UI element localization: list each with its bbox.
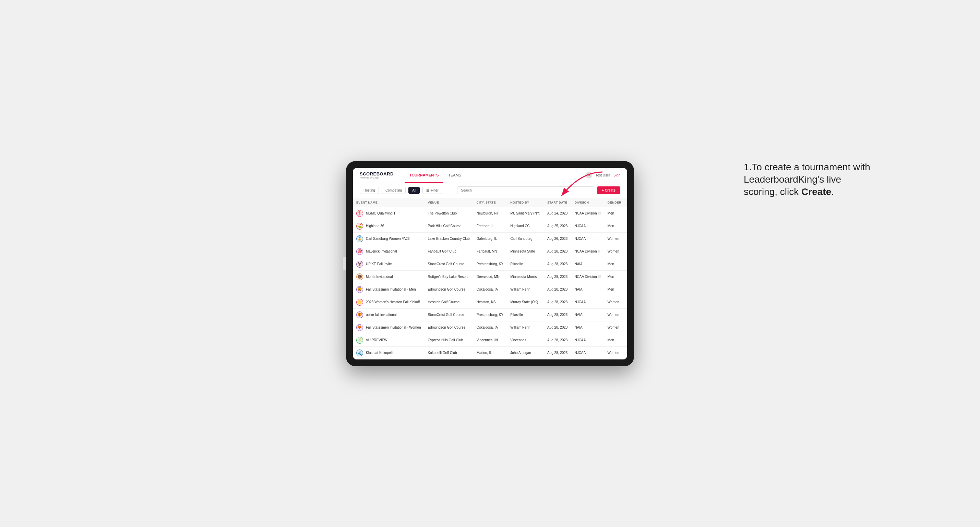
cell-scoring: team, Stroke Play [625, 258, 627, 270]
cell-venue: The Powelton Club [424, 207, 473, 220]
table-body: 🏌 MSMC Qualifying 1 The Powelton Club Ne… [353, 207, 627, 359]
cell-venue: Hesston Golf Course [424, 296, 473, 308]
cell-city-state: Deerwood, MN [473, 270, 507, 283]
cell-event-name: 🐻 Morris Invitational [353, 270, 424, 283]
cell-venue: Edmundson Golf Course [424, 283, 473, 296]
cell-division: NAIA [571, 321, 604, 334]
col-hosted-by: HOSTED BY [507, 198, 544, 207]
cell-city-state: Newburgh, NY [473, 207, 507, 220]
cell-start-date: Aug 25, 2023 [544, 220, 571, 232]
cell-city-state: Galesburg, IL [473, 232, 507, 245]
cell-start-date: Aug 28, 2023 [544, 334, 571, 346]
cell-gender: Women [604, 308, 625, 321]
cell-division: NAIA [571, 308, 604, 321]
cell-event-name: 🎯 Maverick Invitational [353, 245, 424, 258]
cell-gender: Men [604, 334, 625, 346]
cell-event-name: 🏅 Carl Sandburg Women FA23 [353, 232, 424, 245]
table-container: EVENT NAME VENUE CITY, STATE HOSTED BY S… [353, 198, 627, 359]
table-row: 🐯 upike fall invitational StoneCrest Gol… [353, 308, 627, 321]
col-city-state: CITY, STATE [473, 198, 507, 207]
cell-gender: Men [604, 220, 625, 232]
cell-hosted-by: Pikeville [507, 258, 544, 270]
cell-event-name: 🌟 2023 Women's Hesston Fall Kickoff [353, 296, 424, 308]
cell-start-date: Aug 26, 2023 [544, 232, 571, 245]
table-row: 🦁 Fall Statesmen Invitational - Men Edmu… [353, 283, 627, 296]
cell-division: NJCAA II [571, 334, 604, 346]
cell-event-name: 🌊 Klash at Kokopelli [353, 346, 424, 359]
cell-start-date: Aug 28, 2023 [544, 270, 571, 283]
cell-venue: Edmundson Golf Course [424, 321, 473, 334]
tournaments-table: EVENT NAME VENUE CITY, STATE HOSTED BY S… [353, 198, 627, 359]
cell-venue: Kokopelli Golf Club [424, 346, 473, 359]
competing-filter-btn[interactable]: Competing [382, 187, 406, 194]
table-row: 🦊 Fall Statesmen Invitational - Women Ed… [353, 321, 627, 334]
cell-venue: Ruttger's Bay Lake Resort [424, 270, 473, 283]
cell-division: NJCAA I [571, 232, 604, 245]
filter-btn[interactable]: ☰ Filter [422, 187, 442, 194]
table-row: 🐻 Morris Invitational Ruttger's Bay Lake… [353, 270, 627, 283]
cell-scoring: team, Stroke Play [625, 296, 627, 308]
tab-tournaments[interactable]: TOURNAMENTS [405, 168, 443, 183]
cell-city-state: Vincennes, IN [473, 334, 507, 346]
hosting-filter-btn[interactable]: Hosting [360, 187, 379, 194]
logo-area: SCOREBOARD Powered by Clipp [360, 171, 394, 179]
cell-gender: Women [604, 321, 625, 334]
table-row: ⛳ Highland 36 Park Hills Golf Course Fre… [353, 220, 627, 232]
annotation-text: 1.To create a tournament with Leaderboar… [744, 161, 874, 198]
tab-teams[interactable]: TEAMS [443, 168, 466, 183]
logo-subtitle: Powered by Clipp [360, 176, 394, 179]
arrow-graphic [554, 168, 616, 210]
cell-scoring: team, Stroke Play [625, 321, 627, 334]
cell-scoring: team, Stroke Play [625, 220, 627, 232]
cell-scoring: team, Stroke Play [625, 346, 627, 359]
page-wrapper: SCOREBOARD Powered by Clipp TOURNAMENTS … [250, 161, 730, 366]
cell-venue: Faribault Golf Club [424, 245, 473, 258]
cell-start-date: Aug 28, 2023 [544, 258, 571, 270]
cell-event-name: 🦅 UPIKE Fall Invite [353, 258, 424, 270]
cell-division: NJCAA I [571, 346, 604, 359]
cell-city-state: Freeport, IL [473, 220, 507, 232]
cell-hosted-by: Mt. Saint Mary (NY) [507, 207, 544, 220]
cell-venue: Park Hills Golf Course [424, 220, 473, 232]
cell-division: NAIA [571, 258, 604, 270]
annotation-area: 1.To create a tournament with Leaderboar… [744, 161, 874, 198]
cell-event-name: 🐯 upike fall invitational [353, 308, 424, 321]
cell-hosted-by: Minnesota State [507, 245, 544, 258]
all-filter-btn[interactable]: All [408, 187, 420, 194]
cell-start-date: Aug 28, 2023 [544, 245, 571, 258]
cell-scoring: team, Stroke Play [625, 334, 627, 346]
cell-event-name: 🦊 Fall Statesmen Invitational - Women [353, 321, 424, 334]
cell-start-date: Aug 28, 2023 [544, 308, 571, 321]
cell-venue: StoneCrest Golf Course [424, 308, 473, 321]
col-event-name: EVENT NAME [353, 198, 424, 207]
table-row: 🌊 Klash at Kokopelli Kokopelli Golf Club… [353, 346, 627, 359]
cell-hosted-by: Murray State (OK) [507, 296, 544, 308]
cell-event-name: 🦁 Fall Statesmen Invitational - Men [353, 283, 424, 296]
table-row: ⚡ VU PREVIEW Cypress Hills Golf Club Vin… [353, 334, 627, 346]
cell-event-name: ⚡ VU PREVIEW [353, 334, 424, 346]
col-scoring: SCORING [625, 198, 627, 207]
cell-division: NCAA Division II [571, 245, 604, 258]
table-row: 🦅 UPIKE Fall Invite StoneCrest Golf Cour… [353, 258, 627, 270]
table-row: 🌟 2023 Women's Hesston Fall Kickoff Hess… [353, 296, 627, 308]
cell-hosted-by: William Penn [507, 321, 544, 334]
cell-hosted-by: John A Logan [507, 346, 544, 359]
cell-hosted-by: Vincennes [507, 334, 544, 346]
cell-gender: Men [604, 258, 625, 270]
cell-scoring: team, Stroke Play [625, 283, 627, 296]
cell-scoring: team, Stroke Play [625, 308, 627, 321]
cell-city-state: Prestonsburg, KY [473, 308, 507, 321]
cell-gender: Men [604, 283, 625, 296]
cell-venue: StoneCrest Golf Course [424, 258, 473, 270]
cell-city-state: Hesston, KS [473, 296, 507, 308]
cell-gender: Women [604, 245, 625, 258]
cell-venue: Cypress Hills Golf Club [424, 334, 473, 346]
cell-hosted-by: Minnesota-Morris [507, 270, 544, 283]
cell-hosted-by: William Penn [507, 283, 544, 296]
cell-venue: Lake Bracken Country Club [424, 232, 473, 245]
col-venue: VENUE [424, 198, 473, 207]
table-row: 🎯 Maverick Invitational Faribault Golf C… [353, 245, 627, 258]
cell-start-date: Aug 28, 2023 [544, 321, 571, 334]
filter-icon: ☰ [426, 189, 429, 192]
cell-city-state: Marion, IL [473, 346, 507, 359]
